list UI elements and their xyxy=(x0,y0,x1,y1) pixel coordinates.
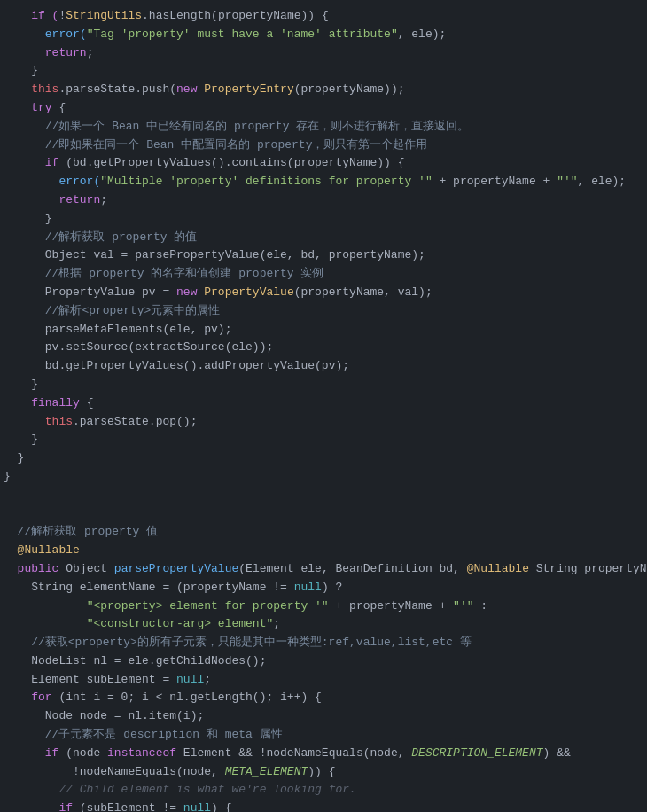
token: + propertyName + xyxy=(433,175,557,188)
code-line: return; xyxy=(0,191,647,210)
token: "'" xyxy=(453,599,473,613)
code-line: if (subElement != null) { xyxy=(0,800,647,812)
token: (int i = 0; i < nl.getLength(); i++) { xyxy=(52,691,322,704)
code-line: Element subElement = null; xyxy=(0,671,647,690)
token: new xyxy=(176,285,204,299)
token: (subElement != xyxy=(73,801,183,812)
line-content: try { xyxy=(4,99,640,118)
code-line xyxy=(0,505,647,524)
code-line: "<property> element for property '" + pr… xyxy=(0,597,647,616)
token: NodeList nl = ele.getChildNodes(); xyxy=(4,654,266,668)
line-content: } xyxy=(4,468,640,487)
token: .hasLength(propertyName)) { xyxy=(142,9,329,22)
code-line: public Object parsePropertyValue(Element… xyxy=(0,560,647,579)
line-content: //子元素不是 description 和 meta 属性 xyxy=(4,726,640,745)
line-content: Object val = parsePropertyValue(ele, bd,… xyxy=(4,246,640,265)
token: this xyxy=(4,415,73,428)
token: "<property> element for property '" xyxy=(87,599,329,613)
line-content: pv.setSource(extractSource(ele)); xyxy=(4,339,640,357)
token: ; xyxy=(273,617,280,630)
token: //解析获取 property 的值 xyxy=(4,230,197,244)
token: } xyxy=(4,212,52,225)
token: return xyxy=(4,46,87,59)
token: //子元素不是 description 和 meta 属性 xyxy=(4,728,283,741)
token: Node node = nl.item(i); xyxy=(4,709,204,722)
token: bd.getPropertyValues().addPropertyValue(… xyxy=(4,359,349,372)
code-line: Node node = nl.item(i); xyxy=(0,707,647,726)
code-line: //获取<property>的所有子元素，只能是其中一种类型:ref,value… xyxy=(0,634,647,652)
line-content: @Nullable xyxy=(4,542,640,560)
token: { xyxy=(52,101,66,114)
token: if xyxy=(4,801,73,812)
token: } xyxy=(4,451,24,465)
token xyxy=(4,617,87,630)
token: } xyxy=(4,470,11,483)
code-line: bd.getPropertyValues().addPropertyValue(… xyxy=(0,357,647,376)
token: finally xyxy=(4,396,80,410)
line-content: //解析<property>元素中的属性 xyxy=(4,302,640,321)
code-line: // Child element is what we're looking f… xyxy=(0,781,647,800)
token: Element subElement = xyxy=(4,673,176,686)
code-line: //解析<property>元素中的属性 xyxy=(0,302,647,321)
code-line: } xyxy=(0,376,647,394)
code-line: String elementName = (propertyName != nu… xyxy=(0,579,647,597)
token: PropertyValue pv = xyxy=(4,285,176,299)
line-content: public Object parsePropertyValue(Element… xyxy=(4,560,647,579)
code-line: try { xyxy=(0,99,647,118)
line-content: return; xyxy=(4,44,640,63)
token: new xyxy=(176,82,204,96)
line-content: String elementName = (propertyName != nu… xyxy=(4,579,640,597)
token: PropertyEntry xyxy=(204,82,293,96)
token: //解析<property>元素中的属性 xyxy=(4,304,220,317)
token: , ele); xyxy=(398,27,447,41)
token: //即如果在同一个 Bean 中配置同名的 property，则只有第一个起作用 xyxy=(4,138,427,152)
token: instanceof xyxy=(107,746,176,760)
line-content: //解析获取 property 值 xyxy=(4,523,640,542)
line-content: if (subElement != null) { xyxy=(4,800,640,812)
line-content: //如果一个 Bean 中已经有同名的 property 存在，则不进行解析，直… xyxy=(4,118,640,137)
code-line: //解析获取 property 的值 xyxy=(0,229,647,247)
code-line: return; xyxy=(0,44,647,63)
token: "Tag 'property' must have a 'name' attri… xyxy=(87,27,398,41)
token: .parseState.push( xyxy=(58,82,176,96)
code-line: Object val = parsePropertyValue(ele, bd,… xyxy=(0,246,647,265)
code-editor: if (!StringUtils.hasLength(propertyName)… xyxy=(0,0,647,812)
line-content: if (!StringUtils.hasLength(propertyName)… xyxy=(4,7,640,26)
code-line: } xyxy=(0,62,647,81)
token: !nodeNameEquals(node, xyxy=(4,765,225,778)
token: (propertyName)); xyxy=(294,82,405,96)
token: this xyxy=(4,82,58,96)
code-line: NodeList nl = ele.getChildNodes(); xyxy=(0,652,647,671)
token: if xyxy=(4,746,58,760)
token: error( xyxy=(4,175,100,188)
line-content: this.parseState.push(new PropertyEntry(p… xyxy=(4,81,640,99)
token: ) { xyxy=(211,801,231,812)
token: Object xyxy=(58,562,113,575)
line-content xyxy=(4,505,640,524)
token: return xyxy=(4,193,100,207)
token: StringUtils xyxy=(66,9,142,22)
line-content: "<property> element for property '" + pr… xyxy=(4,597,640,616)
line-content: error("Multiple 'property' definitions f… xyxy=(4,173,640,191)
code-line: //子元素不是 description 和 meta 属性 xyxy=(0,726,647,745)
code-line: if (bd.getPropertyValues().contains(prop… xyxy=(0,154,647,173)
token: String propertyName) { xyxy=(529,562,647,575)
line-content: Node node = nl.item(i); xyxy=(4,707,640,726)
line-content: //获取<property>的所有子元素，只能是其中一种类型:ref,value… xyxy=(4,634,640,652)
code-line: if (!StringUtils.hasLength(propertyName)… xyxy=(0,7,647,26)
line-content: //解析获取 property 的值 xyxy=(4,229,640,247)
code-line: error("Tag 'property' must have a 'name'… xyxy=(0,26,647,44)
token: try xyxy=(4,101,52,114)
code-line: this.parseState.pop(); xyxy=(0,413,647,432)
token: : xyxy=(474,599,488,613)
token: Element && !nodeNameEquals(node, xyxy=(176,746,411,760)
line-content: if (bd.getPropertyValues().contains(prop… xyxy=(4,154,640,173)
line-content: } xyxy=(4,210,640,229)
token: Object val = parsePropertyValue(ele, bd,… xyxy=(4,248,425,262)
token: null xyxy=(183,801,211,812)
code-line: } xyxy=(0,449,647,468)
line-content: this.parseState.pop(); xyxy=(4,413,640,432)
token: ) ? xyxy=(322,581,342,594)
token: } xyxy=(4,378,38,391)
code-line: @Nullable xyxy=(0,542,647,560)
